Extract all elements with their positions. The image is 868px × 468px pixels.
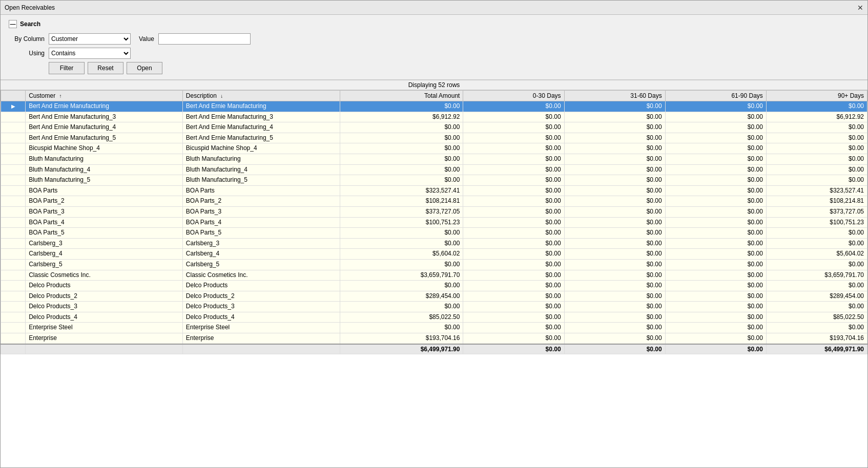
table-row[interactable]: Delco Products_3Delco Products_3$0.00$0.…	[1, 302, 867, 312]
total-amount-cell: $5,604.02	[340, 249, 463, 260]
col-header-3160[interactable]: 31-60 Days	[564, 91, 665, 101]
col-header-description[interactable]: Description ↓	[182, 91, 340, 101]
table-row[interactable]: BOA Parts_5BOA Parts_5$0.00$0.00$0.00$0.…	[1, 228, 867, 239]
days-030-cell: $0.00	[463, 270, 564, 281]
open-button[interactable]: Open	[127, 62, 162, 74]
table-row[interactable]: Carlsberg_4Carlsberg_4$5,604.02$0.00$0.0…	[1, 249, 867, 260]
table-container[interactable]: Customer ↑ Description ↓ Total Amount 0-…	[1, 90, 867, 467]
table-row[interactable]: Bert And Ernie Manufacturing_5Bert And E…	[1, 133, 867, 143]
customer-cell: BOA Parts_4	[26, 217, 183, 228]
table-row[interactable]: ▶Bert And Ernie ManufacturingBert And Er…	[1, 101, 867, 112]
days-3160-cell: $0.00	[564, 259, 665, 270]
total-amount-cell: $0.00	[340, 281, 463, 291]
col-header-icon	[1, 91, 26, 101]
col-header-6190[interactable]: 61-90 Days	[665, 91, 766, 101]
table-row[interactable]: Delco ProductsDelco Products$0.00$0.00$0…	[1, 281, 867, 291]
col-header-total[interactable]: Total Amount	[340, 91, 463, 101]
reset-button[interactable]: Reset	[88, 62, 123, 74]
table-row[interactable]: Bicuspid Machine Shop_4Bicuspid Machine …	[1, 143, 867, 154]
title-bar: Open Receivables ✕	[1, 1, 867, 15]
description-cell: BOA Parts_4	[182, 217, 340, 228]
days-6190-cell: $0.00	[665, 112, 766, 122]
description-cell: Carlsberg_3	[182, 238, 340, 249]
row-arrow-cell	[1, 333, 26, 344]
table-row[interactable]: Bluth Manufacturing_5Bluth Manufacturing…	[1, 175, 867, 186]
table-row[interactable]: Bluth ManufacturingBluth Manufacturing$0…	[1, 154, 867, 164]
table-row[interactable]: BOA Parts_3BOA Parts_3$373,727.05$0.00$0…	[1, 206, 867, 217]
collapse-button[interactable]: —	[9, 20, 17, 28]
row-arrow-cell	[1, 249, 26, 260]
table-row[interactable]: Bluth Manufacturing_4Bluth Manufacturing…	[1, 164, 867, 175]
table-row[interactable]: Carlsberg_3Carlsberg_3$0.00$0.00$0.00$0.…	[1, 238, 867, 249]
days-030-cell: $0.00	[463, 249, 564, 260]
total-amount-cell: $0.00	[340, 133, 463, 143]
search-label: Search	[20, 20, 40, 28]
filter-button[interactable]: Filter	[49, 62, 85, 74]
row-arrow-cell	[1, 185, 26, 196]
total-amount-cell: $6,912.92	[340, 112, 463, 122]
description-cell: Bluth Manufacturing	[182, 154, 340, 164]
days-90plus-cell: $0.00	[766, 259, 867, 270]
days-030-cell: $0.00	[463, 101, 564, 112]
days-3160-cell: $0.00	[564, 270, 665, 281]
total-amount-cell: $0.00	[340, 259, 463, 270]
value-input[interactable]	[158, 33, 251, 45]
days-3160-cell: $0.00	[564, 101, 665, 112]
table-row[interactable]: EnterpriseEnterprise$193,704.16$0.00$0.0…	[1, 333, 867, 344]
days-6190-cell: $0.00	[665, 217, 766, 228]
total-amount-cell: $3,659,791.70	[340, 270, 463, 281]
days-90plus-cell: $0.00	[766, 228, 867, 239]
days-030-cell: $0.00	[463, 164, 564, 175]
days-3160-cell: $0.00	[564, 112, 665, 122]
table-row[interactable]: Delco Products_2Delco Products_2$289,454…	[1, 291, 867, 302]
days-3160-cell: $0.00	[564, 291, 665, 302]
days-6190-cell: $0.00	[665, 249, 766, 260]
using-dropdown[interactable]: Contains Starts With Equals	[49, 48, 131, 59]
row-arrow-cell	[1, 164, 26, 175]
sort-icon: ↑	[59, 93, 62, 99]
days-6190-cell: $0.00	[665, 196, 766, 207]
by-column-dropdown[interactable]: Customer Description Total Amount 0-30 D…	[49, 33, 131, 45]
table-row[interactable]: Carlsberg_5Carlsberg_5$0.00$0.00$0.00$0.…	[1, 259, 867, 270]
description-cell: Enterprise Steel	[182, 323, 340, 333]
customer-cell: BOA Parts_2	[26, 196, 183, 207]
total-amount-cell: $373,727.05	[340, 206, 463, 217]
days-030-cell: $0.00	[463, 302, 564, 312]
table-row[interactable]: Bert And Ernie Manufacturing_3Bert And E…	[1, 112, 867, 122]
close-button[interactable]: ✕	[857, 4, 863, 12]
col-header-90plus[interactable]: 90+ Days	[766, 91, 867, 101]
customer-cell: Delco Products_2	[26, 291, 183, 302]
col-header-customer[interactable]: Customer ↑	[26, 91, 183, 101]
total-amount-cell: $289,454.00	[340, 291, 463, 302]
table-row[interactable]: Delco Products_4Delco Products_4$85,022.…	[1, 312, 867, 323]
table-header-row: Customer ↑ Description ↓ Total Amount 0-…	[1, 91, 867, 101]
receivables-table: Customer ↑ Description ↓ Total Amount 0-…	[1, 90, 867, 354]
days-90plus-cell: $0.00	[766, 175, 867, 186]
total-amount-cell: $323,527.41	[340, 185, 463, 196]
row-arrow-cell	[1, 196, 26, 207]
table-row[interactable]: Classic Cosmetics Inc.Classic Cosmetics …	[1, 270, 867, 281]
table-row[interactable]: Bert And Ernie Manufacturing_4Bert And E…	[1, 122, 867, 133]
days-90plus-cell: $0.00	[766, 302, 867, 312]
customer-cell: BOA Parts	[26, 185, 183, 196]
description-cell: Classic Cosmetics Inc.	[182, 270, 340, 281]
customer-cell: Delco Products_3	[26, 302, 183, 312]
days-6190-cell: $0.00	[665, 206, 766, 217]
description-cell: Bert And Ernie Manufacturing_5	[182, 133, 340, 143]
days-030-cell: $0.00	[463, 175, 564, 186]
description-cell: Bluth Manufacturing_4	[182, 164, 340, 175]
table-row[interactable]: BOA Parts_2BOA Parts_2$108,214.81$0.00$0…	[1, 196, 867, 207]
customer-cell: Bert And Ernie Manufacturing_3	[26, 112, 183, 122]
table-row[interactable]: BOA PartsBOA Parts$323,527.41$0.00$0.00$…	[1, 185, 867, 196]
days-030-cell: $0.00	[463, 112, 564, 122]
search-header: — Search	[9, 20, 859, 28]
table-row[interactable]: BOA Parts_4BOA Parts_4$100,751.23$0.00$0…	[1, 217, 867, 228]
days-030-cell: $0.00	[463, 185, 564, 196]
row-arrow-cell	[1, 154, 26, 164]
days-3160-cell: $0.00	[564, 206, 665, 217]
col-header-030[interactable]: 0-30 Days	[463, 91, 564, 101]
table-row[interactable]: Enterprise SteelEnterprise Steel$0.00$0.…	[1, 323, 867, 333]
days-90plus-cell: $0.00	[766, 143, 867, 154]
days-3160-cell: $0.00	[564, 122, 665, 133]
days-6190-cell: $0.00	[665, 228, 766, 239]
